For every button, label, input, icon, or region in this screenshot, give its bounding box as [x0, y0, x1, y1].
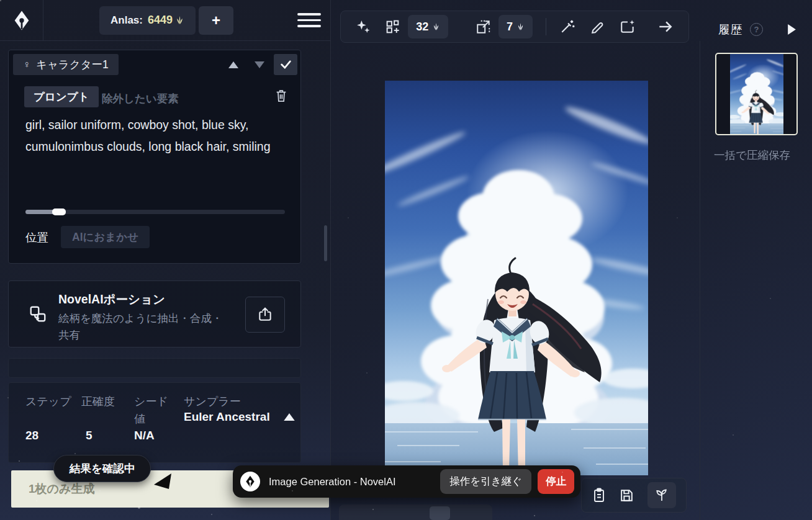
- enhance-button[interactable]: [559, 19, 575, 35]
- steps-value[interactable]: 28: [25, 429, 38, 442]
- variations-grid-icon: [386, 19, 401, 35]
- sparkles-icon: [356, 19, 371, 35]
- sampler-value[interactable]: Euler Ancestral: [184, 410, 270, 424]
- panel-scrollbar[interactable]: [324, 225, 327, 261]
- upload-icon: [257, 307, 273, 323]
- accuracy-value[interactable]: 5: [86, 429, 92, 442]
- history-expand-button[interactable]: [788, 24, 796, 35]
- copy-settings-button[interactable]: [592, 487, 607, 503]
- top-header-bar: Anlas: 6449 +: [0, 0, 331, 41]
- seed-value[interactable]: N/A: [134, 429, 155, 442]
- anlas-leaf-icon: [175, 16, 184, 25]
- upscale-cost-badge: 7: [498, 15, 533, 38]
- character-title: キャラクター1: [36, 57, 109, 72]
- move-down-button[interactable]: [248, 54, 271, 75]
- potion-title: NovelAIポーション: [58, 291, 165, 308]
- tab-exclude[interactable]: 除外したい要素: [102, 91, 179, 106]
- position-auto-button[interactable]: AIにおまかせ: [61, 226, 150, 248]
- takeover-button[interactable]: 操作を引き継ぐ: [440, 469, 531, 494]
- add-anlas-label: +: [212, 12, 220, 29]
- anlas-label: Anlas:: [111, 14, 143, 27]
- variations-button[interactable]: [386, 19, 401, 35]
- sprout-icon: [654, 488, 669, 503]
- history-thumbnail[interactable]: [715, 53, 798, 135]
- generation-params-card: ステップ 正確度 シード値 サンプラー 28 5 N/A Euler Ances…: [8, 382, 301, 463]
- generate-sparkles-button[interactable]: [356, 19, 371, 35]
- image-sparkle-icon: [620, 19, 636, 35]
- clipboard-icon: [592, 487, 607, 503]
- save-icon: [619, 488, 634, 503]
- seed-button[interactable]: [647, 482, 676, 508]
- character-card: ♀ キャラクター1 プロンプト 除外したい要素 girl, sailor uni…: [8, 50, 301, 264]
- img2img-button[interactable]: [620, 19, 636, 35]
- mouse-cursor: [153, 473, 173, 491]
- upscale-icon: [476, 19, 492, 35]
- history-header: 履歴 ?: [718, 22, 796, 37]
- continue-button[interactable]: [657, 19, 674, 35]
- move-up-button[interactable]: [222, 54, 245, 75]
- tab-prompt[interactable]: プロンプト: [24, 86, 99, 107]
- trash-icon: [274, 88, 288, 103]
- generated-image[interactable]: [385, 81, 648, 475]
- anlas-leaf-icon: [432, 22, 440, 31]
- history-title: 履歴: [718, 22, 742, 37]
- strength-slider[interactable]: [25, 210, 285, 214]
- status-tooltip: 結果を確認中: [53, 455, 151, 482]
- history-help-icon[interactable]: ?: [750, 23, 763, 36]
- collapsed-section[interactable]: [8, 358, 301, 378]
- accuracy-label: 正確度: [81, 393, 115, 410]
- arrow-right-icon: [657, 19, 674, 35]
- potion-upload-button[interactable]: [245, 297, 285, 333]
- upscale-button[interactable]: [476, 19, 492, 35]
- delete-character-button[interactable]: [274, 88, 288, 103]
- edit-image-button[interactable]: [590, 19, 605, 35]
- play-triangle-icon: [788, 24, 796, 35]
- save-image-button[interactable]: [619, 488, 634, 503]
- sampler-label: サンプラー: [184, 393, 241, 410]
- potion-description: 絵柄を魔法のように抽出・合成・ 共有: [58, 310, 223, 344]
- female-symbol-icon: ♀: [23, 59, 30, 70]
- menu-button[interactable]: [297, 13, 321, 27]
- triangle-down-icon: [255, 61, 264, 68]
- anlas-balance[interactable]: Anlas: 6449: [99, 6, 196, 35]
- canvas-toolbar: 32 7: [340, 11, 689, 43]
- image-actions-bar: [581, 478, 687, 513]
- slider-handle[interactable]: [52, 208, 66, 215]
- add-anlas-button[interactable]: +: [199, 6, 233, 35]
- system-notification: Image Generation - NovelAI 操作を引き継ぐ 停止: [233, 465, 580, 498]
- seed-label: シード値: [134, 393, 173, 428]
- potion-card[interactable]: NovelAIポーション 絵柄を魔法のように抽出・合成・ 共有: [8, 280, 301, 347]
- triangle-up-icon: [228, 61, 238, 68]
- novelai-logo[interactable]: [0, 0, 43, 41]
- menu-icon: [297, 13, 321, 16]
- compress-save-button[interactable]: 一括で圧縮保存: [714, 148, 801, 163]
- background-stars: [0, 0, 1, 1]
- confirm-character-button[interactable]: [274, 54, 297, 75]
- anlas-value: 6449: [148, 14, 173, 27]
- novelai-logo-icon: [11, 10, 32, 31]
- notification-title: Image Generation - NovelAI: [269, 476, 396, 488]
- notification-app-icon: [240, 472, 260, 491]
- pen-icon: [590, 19, 605, 35]
- stop-button[interactable]: 停止: [538, 469, 574, 494]
- position-label: 位置: [25, 230, 48, 245]
- prompt-text-input[interactable]: girl, sailor uniform, cowboy shot, blue …: [25, 114, 291, 158]
- toolbar-divider: [546, 18, 546, 35]
- magic-wand-icon: [559, 19, 575, 35]
- left-settings-panel: Anlas: 6449 + ♀ キャラクター1: [0, 0, 331, 520]
- character-header[interactable]: ♀ キャラクター1: [13, 54, 119, 75]
- right-panel-divider: [700, 41, 700, 520]
- bottom-segmented-control[interactable]: [339, 504, 492, 520]
- style-extract-icon: [29, 305, 47, 323]
- variations-cost-badge: 32: [408, 15, 448, 38]
- collapse-params-icon[interactable]: [284, 413, 295, 421]
- steps-label: ステップ: [25, 393, 71, 410]
- generate-button-label: 1枚のみ生成: [29, 481, 94, 497]
- anlas-leaf-icon: [517, 22, 525, 31]
- history-thumbnail-image: [730, 54, 783, 134]
- check-icon: [281, 60, 291, 69]
